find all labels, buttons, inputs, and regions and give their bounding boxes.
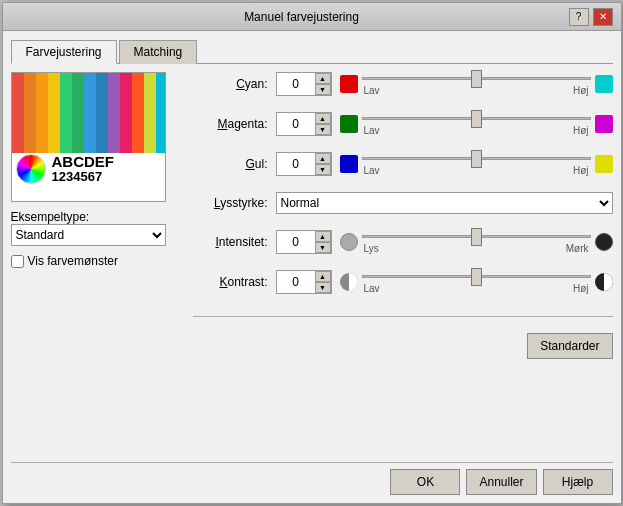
cyan-label: Cyan:: [193, 77, 268, 91]
cyan-spin-buttons: ▲ ▼: [315, 73, 331, 95]
tab-bar: Farvejustering Matching: [11, 39, 613, 64]
magenta-slider[interactable]: [362, 113, 591, 125]
magenta-left-color: [340, 115, 358, 133]
preview-abc-text: ABCDEF: [52, 154, 115, 171]
intensitet-spin-buttons: ▲ ▼: [315, 231, 331, 253]
magenta-label: Magenta:: [193, 117, 268, 131]
kontrast-spin-buttons: ▲ ▼: [315, 271, 331, 293]
kontrast-row: Kontrast: ▲ ▼ Lav: [193, 270, 613, 294]
cyan-spin-up[interactable]: ▲: [315, 73, 331, 84]
intensitet-slider-labels: Lys Mørk: [362, 243, 591, 254]
cyan-slider[interactable]: [362, 73, 591, 85]
dialog-content: Farvejustering Matching ABCDEF 1234567: [3, 31, 621, 503]
cyan-spinbox: ▲ ▼: [276, 72, 332, 96]
kontrast-slider[interactable]: [362, 271, 591, 283]
hjaelp-button[interactable]: Hjælp: [543, 469, 613, 495]
annuller-button[interactable]: Annuller: [466, 469, 536, 495]
kontrast-slider-wrapper: Lav Høj: [362, 271, 591, 294]
gul-left-color: [340, 155, 358, 173]
tab-farvejustering[interactable]: Farvejustering: [11, 40, 117, 64]
eksempeltype-select[interactable]: Standard: [11, 224, 166, 246]
magenta-spinbox: ▲ ▼: [276, 112, 332, 136]
title-bar: Manuel farvejustering ? ✕: [3, 3, 621, 31]
lysstyrke-select[interactable]: Normal Lav Høj: [276, 192, 613, 214]
help-button[interactable]: ?: [569, 8, 589, 26]
intensitet-label: Intensitet:: [193, 235, 268, 249]
pencils-image: [12, 73, 166, 153]
cyan-row: Cyan: ▲ ▼ Lav: [193, 72, 613, 96]
magenta-spin-buttons: ▲ ▼: [315, 113, 331, 135]
kontrast-spin-up[interactable]: ▲: [315, 271, 331, 282]
tab-matching[interactable]: Matching: [119, 40, 198, 64]
magenta-input[interactable]: [277, 113, 315, 135]
ok-button[interactable]: OK: [390, 469, 460, 495]
standarder-button[interactable]: Standarder: [527, 333, 612, 359]
preview-num-text: 1234567: [52, 170, 115, 184]
main-window: Manuel farvejustering ? ✕ Farvejustering…: [2, 2, 622, 504]
kontrast-spin-down[interactable]: ▼: [315, 282, 331, 293]
gul-slider-wrapper: Lav Høj: [362, 153, 591, 176]
cyan-slider-group: Lav Høj: [340, 73, 613, 96]
title-bar-controls: ? ✕: [569, 8, 613, 26]
kontrast-slider-labels: Lav Høj: [362, 283, 591, 294]
gul-spin-down[interactable]: ▼: [315, 164, 331, 175]
kontrast-label: Kontrast:: [193, 275, 268, 289]
gul-input[interactable]: [277, 153, 315, 175]
eksempeltype-group: Eksempeltype: Standard: [11, 210, 181, 246]
standarder-row: Standarder: [193, 333, 613, 359]
lysstyrke-row: Lysstyrke: Normal Lav Høj: [193, 192, 613, 214]
magenta-slider-labels: Lav Høj: [362, 125, 591, 136]
intensitet-spin-up[interactable]: ▲: [315, 231, 331, 242]
magenta-slider-wrapper: Lav Høj: [362, 113, 591, 136]
magenta-right-color: [595, 115, 613, 133]
gul-row: Gul: ▲ ▼ Lav: [193, 152, 613, 176]
cyan-slider-wrapper: Lav Høj: [362, 73, 591, 96]
gul-spin-buttons: ▲ ▼: [315, 153, 331, 175]
vis-farvemonster-label: Vis farvemønster: [28, 254, 118, 268]
lysstyrke-label: Lysstyrke:: [193, 196, 268, 210]
magenta-spin-up[interactable]: ▲: [315, 113, 331, 124]
gul-slider[interactable]: [362, 153, 591, 165]
cyan-slider-labels: Lav Høj: [362, 85, 591, 96]
intensitet-row: Intensitet: ▲ ▼ L: [193, 230, 613, 254]
gul-right-color: [595, 155, 613, 173]
cyan-spin-down[interactable]: ▼: [315, 84, 331, 95]
intensitet-slider-wrapper: Lys Mørk: [362, 231, 591, 254]
preview-text-area: ABCDEF 1234567: [12, 153, 165, 185]
magenta-slider-group: Lav Høj: [340, 113, 613, 136]
right-panel: Cyan: ▲ ▼ Lav: [193, 72, 613, 462]
dialog-buttons: OK Annuller Hjælp: [11, 462, 613, 495]
left-panel: ABCDEF 1234567 Eksempeltype: Standard Vi…: [11, 72, 181, 462]
color-wheel-icon: [16, 154, 46, 184]
cyan-input[interactable]: [277, 73, 315, 95]
intensitet-spin-down[interactable]: ▼: [315, 242, 331, 253]
tab-content-farvejustering: ABCDEF 1234567 Eksempeltype: Standard Vi…: [11, 72, 613, 462]
kontrast-slider-group: Lav Høj: [340, 271, 613, 294]
eksempeltype-label: Eksempeltype:: [11, 210, 181, 224]
kontrast-right-dot: [595, 273, 613, 291]
cyan-left-color: [340, 75, 358, 93]
intensitet-slider-group: Lys Mørk: [340, 231, 613, 254]
preview-box: ABCDEF 1234567: [11, 72, 166, 202]
vis-farvemonster-row: Vis farvemønster: [11, 254, 181, 268]
gul-spinbox: ▲ ▼: [276, 152, 332, 176]
kontrast-input[interactable]: [277, 271, 315, 293]
preview-abc-group: ABCDEF 1234567: [52, 154, 115, 185]
vis-farvemonster-checkbox[interactable]: [11, 255, 24, 268]
intensitet-slider[interactable]: [362, 231, 591, 243]
gul-slider-group: Lav Høj: [340, 153, 613, 176]
cyan-right-color: [595, 75, 613, 93]
magenta-row: Magenta: ▲ ▼ Lav: [193, 112, 613, 136]
intensitet-input[interactable]: [277, 231, 315, 253]
gul-spin-up[interactable]: ▲: [315, 153, 331, 164]
close-button[interactable]: ✕: [593, 8, 613, 26]
kontrast-spinbox: ▲ ▼: [276, 270, 332, 294]
intensitet-spinbox: ▲ ▼: [276, 230, 332, 254]
intensitet-right-dot: [595, 233, 613, 251]
window-title: Manuel farvejustering: [35, 10, 569, 24]
magenta-spin-down[interactable]: ▼: [315, 124, 331, 135]
kontrast-left-dot: [340, 273, 358, 291]
intensitet-left-dot: [340, 233, 358, 251]
gul-label: Gul:: [193, 157, 268, 171]
gul-slider-labels: Lav Høj: [362, 165, 591, 176]
